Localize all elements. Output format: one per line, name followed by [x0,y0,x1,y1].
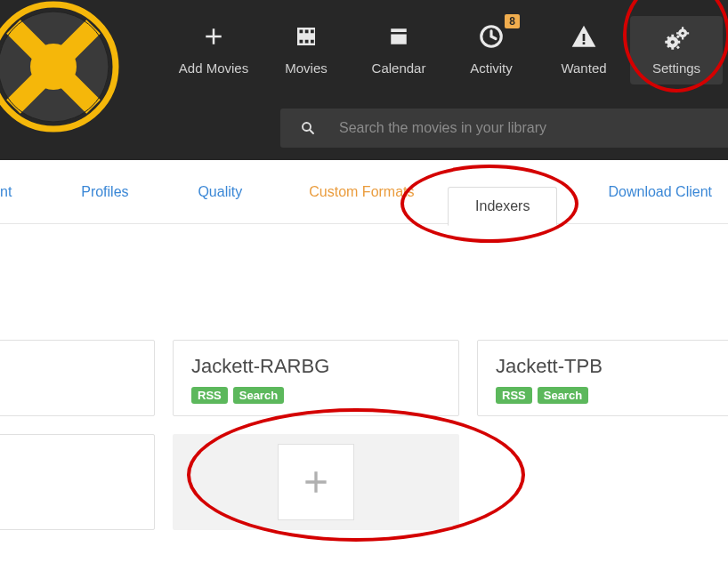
app-logo [0,0,120,133]
nav-add-movies[interactable]: Add Movies [167,16,260,84]
clock-icon [445,23,538,55]
indexer-card[interactable]: Jackett-RARBG RSS Search [173,340,459,416]
activity-badge: 8 [505,14,520,28]
search-bar[interactable] [280,109,728,148]
svg-point-8 [671,40,675,44]
indexer-card[interactable]: K [0,434,155,530]
indexer-title: Jackett-TPB [496,355,728,378]
indexers-panel: dope Jackett-RARBG RSS Search Jackett-TP… [0,224,728,340]
nav-label: Activity [445,60,538,76]
settings-subnav: nt Profiles Quality Custom Formats Index… [0,160,728,224]
add-indexer-card[interactable] [173,434,459,530]
search-icon [300,120,316,136]
plus-icon [298,464,334,500]
indexer-badges: RSS Search [191,387,441,404]
calendar-icon [352,23,445,55]
warning-icon [538,23,630,55]
indexer-badges: RSS Search [496,387,728,404]
search-badge: Search [233,387,284,404]
tab-custom-formats[interactable]: Custom Formats [293,184,430,200]
rss-badge: RSS [496,387,532,404]
indexer-card[interactable]: dope [0,340,155,416]
main-nav: Add Movies Movies Calendar 8 Activity [167,16,723,84]
svg-rect-5 [583,34,586,41]
indexer-title: Jackett-RARBG [191,355,441,378]
film-icon [260,23,352,55]
svg-rect-6 [583,42,586,44]
gears-icon [630,23,723,55]
nav-activity[interactable]: 8 Activity [445,16,538,84]
tab-partial[interactable]: nt [0,184,28,200]
tab-profiles[interactable]: Profiles [65,184,144,200]
indexer-cards-row-1: dope Jackett-RARBG RSS Search Jackett-TP… [0,340,728,416]
indexer-cards-row-2: K [0,434,459,530]
search-input[interactable] [339,120,728,136]
plus-icon [167,23,260,55]
nav-label: Add Movies [167,60,260,76]
rss-badge: RSS [191,387,228,404]
nav-calendar[interactable]: Calendar [352,16,445,84]
nav-movies[interactable]: Movies [260,16,352,84]
svg-point-10 [681,32,684,35]
svg-point-2 [30,44,77,90]
tab-quality[interactable]: Quality [182,184,258,200]
nav-wanted[interactable]: Wanted [538,16,630,84]
nav-label: Settings [630,60,723,76]
nav-label: Movies [260,60,352,76]
add-inner [278,444,354,520]
tab-indexers[interactable]: Indexers [448,187,557,226]
nav-label: Calendar [352,60,445,76]
indexer-title: dope [0,355,136,378]
search-badge: Search [538,387,588,404]
indexer-card[interactable]: Jackett-TPB RSS Search [477,340,728,416]
tab-download-client[interactable]: Download Client [593,184,729,200]
nav-settings[interactable]: Settings [630,16,723,84]
top-bar: Add Movies Movies Calendar 8 Activity [0,0,728,160]
nav-label: Wanted [538,60,630,76]
